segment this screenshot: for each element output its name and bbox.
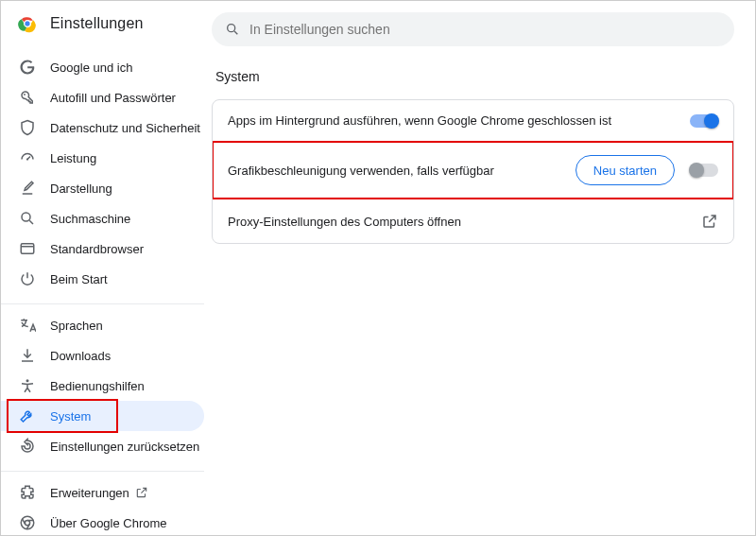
sidebar-item-label: Über Google Chrome (50, 516, 167, 530)
download-icon (18, 346, 37, 365)
sidebar-item-languages[interactable]: Sprachen (1, 310, 204, 340)
sidebar-item-label: Google und ich (50, 61, 132, 75)
header: Einstellungen (1, 14, 204, 46)
svg-point-10 (228, 25, 235, 32)
power-icon (18, 269, 37, 288)
svg-rect-6 (21, 244, 34, 254)
sidebar-item-label: Darstellung (50, 182, 112, 196)
sidebar-item-performance[interactable]: Leistung (1, 143, 204, 173)
sidebar-item-on-startup[interactable]: Beim Start (1, 264, 204, 294)
svg-point-7 (26, 379, 29, 382)
restart-button[interactable]: Neu starten (576, 155, 675, 185)
toggle-gpu-accel[interactable] (690, 164, 718, 177)
row-proxy[interactable]: Proxy-Einstellungen des Computers öffnen (213, 199, 733, 243)
search-icon (225, 22, 240, 37)
sidebar-item-about[interactable]: Über Google Chrome (1, 508, 204, 536)
open-external-icon (135, 486, 148, 499)
sidebar-item-label: Datenschutz und Sicherheit (50, 121, 200, 135)
speedometer-icon (18, 148, 37, 167)
paint-icon (18, 179, 37, 198)
sidebar-item-label: Beim Start (50, 272, 108, 286)
row-label: Grafikbeschleunigung verwenden, falls ve… (228, 164, 576, 178)
accessibility-icon (18, 376, 37, 395)
sidebar-item-label: Leistung (50, 151, 96, 165)
extension-icon (18, 483, 37, 502)
settings-card: Apps im Hintergrund ausführen, wenn Goog… (212, 99, 734, 244)
sidebar-item-autofill[interactable]: Autofill und Passwörter (1, 82, 204, 112)
sidebar-item-label: Erweiterungen (50, 486, 129, 500)
sidebar-item-system[interactable]: System (1, 401, 204, 431)
sidebar-item-label: Downloads (50, 349, 111, 363)
sidebar-item-extensions[interactable]: Erweiterungen (1, 477, 204, 508)
translate-icon (18, 316, 37, 335)
sidebar-item-label: Autofill und Passwörter (50, 91, 176, 105)
sidebar-item-accessibility[interactable]: Bedienungshilfen (1, 371, 204, 401)
sidebar-item-downloads[interactable]: Downloads (1, 340, 204, 371)
sidebar: Einstellungen Google und ich Autofill un… (1, 1, 204, 535)
row-label: Proxy-Einstellungen des Computers öffnen (228, 215, 701, 229)
sidebar-item-google-and-me[interactable]: Google und ich (1, 52, 204, 82)
sidebar-item-privacy[interactable]: Datenschutz und Sicherheit (1, 112, 204, 143)
svg-point-3 (24, 94, 26, 95)
sidebar-item-label: Bedienungshilfen (50, 379, 145, 393)
sidebar-item-label: Standardbrowser (50, 242, 144, 256)
sidebar-item-label: Sprachen (50, 319, 103, 333)
svg-point-1 (25, 21, 29, 26)
svg-point-4 (26, 158, 28, 160)
shield-icon (18, 118, 37, 137)
chrome-logo-icon (18, 14, 37, 33)
sidebar-item-label: System (50, 409, 91, 424)
section-title: System (215, 69, 734, 84)
reset-icon (18, 437, 37, 456)
sidebar-item-appearance[interactable]: Darstellung (1, 173, 204, 203)
chrome-outline-icon (18, 513, 37, 532)
open-external-icon (701, 213, 718, 230)
sidebar-item-label: Einstellungen zurücksetzen (50, 440, 199, 454)
app-title: Einstellungen (50, 15, 144, 32)
browser-icon (18, 239, 37, 258)
search-box[interactable] (212, 12, 734, 46)
sidebar-item-label: Suchmaschine (50, 212, 130, 226)
search-input[interactable] (249, 22, 721, 37)
key-icon (18, 88, 37, 107)
search-icon (18, 209, 37, 228)
sidebar-item-reset[interactable]: Einstellungen zurücksetzen (1, 431, 204, 461)
main-content: System Apps im Hintergrund ausführen, we… (204, 1, 755, 535)
row-background-apps: Apps im Hintergrund ausführen, wenn Goog… (213, 100, 733, 142)
sidebar-item-default-browser[interactable]: Standardbrowser (1, 233, 204, 264)
wrench-icon (18, 406, 37, 425)
svg-point-5 (22, 213, 30, 221)
toggle-background-apps[interactable] (690, 114, 718, 128)
google-g-icon (18, 58, 37, 77)
row-gpu-accel: Grafikbeschleunigung verwenden, falls ve… (213, 142, 733, 199)
row-label: Apps im Hintergrund ausführen, wenn Goog… (228, 113, 690, 128)
sidebar-item-search-engine[interactable]: Suchmaschine (1, 203, 204, 233)
